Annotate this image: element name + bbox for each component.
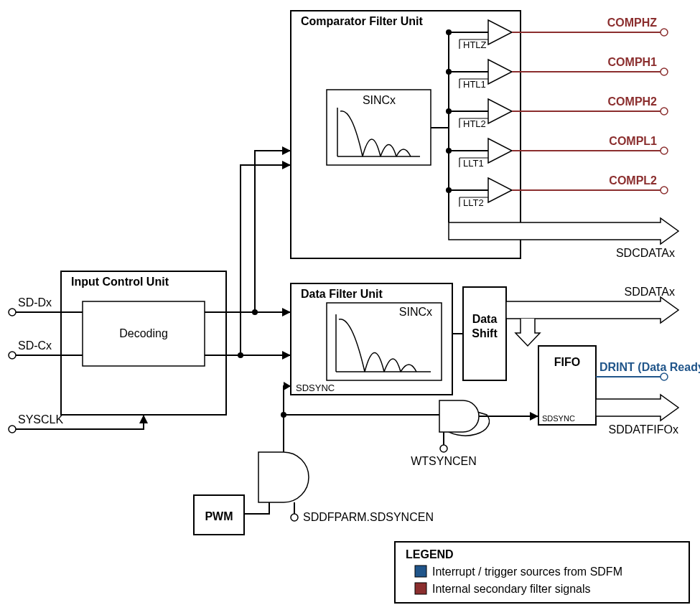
- sincx-label-data: SINCx: [399, 306, 432, 318]
- svg-marker-10: [282, 161, 291, 169]
- sd-cx-port: [9, 352, 16, 359]
- fifo-feed-arrow: [515, 319, 540, 346]
- comph2-port: [661, 108, 668, 115]
- sdsync-label-fifo: SDSYNC: [542, 414, 575, 423]
- sddatfifox-label: SDDATFIFOx: [609, 423, 678, 436]
- sddfparm-port: [291, 514, 298, 521]
- sdcdatax-arrow: [449, 218, 678, 244]
- fifo-label: FIFO: [554, 356, 580, 368]
- sd-dx-port: [9, 309, 16, 316]
- wtsyncen-port: [440, 445, 447, 452]
- htl2-label: HTL2: [463, 118, 486, 129]
- drint-port: [661, 373, 668, 380]
- htl1-label: HTL1: [463, 79, 486, 90]
- sincx-comparator: SINCx: [327, 90, 431, 165]
- svg-marker-52: [284, 382, 291, 390]
- sincx-data: SINCx: [327, 303, 442, 380]
- wtsyncen-label: WTSYNCEN: [411, 455, 477, 467]
- comphz-port: [661, 29, 668, 36]
- htlz-label: HTLZ: [463, 39, 487, 50]
- legend-swatch-red: [415, 583, 426, 594]
- sd-cx-label: SD-Cx: [18, 339, 52, 352]
- compl1-port: [661, 147, 668, 154]
- comphz-label: COMPHZ: [607, 17, 658, 29]
- comparator-filter-unit-title: Comparator Filter Unit: [301, 15, 423, 27]
- compl1-label: COMPL1: [609, 135, 657, 147]
- svg-marker-6: [282, 146, 291, 155]
- sdcdatax-label: SDCDATAx: [616, 247, 675, 259]
- legend-swatch-blue: [415, 566, 426, 577]
- data-filter-unit-title: Data Filter Unit: [301, 288, 383, 300]
- llt1-label: LLT1: [463, 158, 484, 169]
- legend-item1: Interrupt / trigger sources from SDFM: [432, 566, 622, 578]
- svg-marker-2: [139, 415, 148, 423]
- decoding-label: Decoding: [119, 327, 168, 339]
- comph1-port: [661, 68, 668, 75]
- sd-dx-label: SD-Dx: [18, 296, 52, 309]
- legend-item2: Internal secondary filter signals: [432, 583, 591, 595]
- input-control-unit-title: Input Control Unit: [71, 276, 169, 288]
- drint-label: DRINT (Data Ready): [599, 361, 700, 373]
- and-gate-wtsync-shape: [439, 400, 479, 432]
- svg-marker-56: [530, 412, 538, 421]
- and-gate-sdsync: [258, 452, 309, 502]
- sddatax-label: SDDATAx: [624, 286, 675, 298]
- sdsync-label-dfu: SDSYNC: [296, 383, 335, 393]
- data-shift-label-1: Data: [472, 313, 498, 325]
- sddatfifox-arrow: [596, 395, 678, 421]
- block-diagram: Input Control Unit Decoding SD-Dx SD-Cx …: [0, 0, 700, 610]
- compl2-port: [661, 187, 668, 194]
- sddfparm-label: SDDFPARM.SDSYNCEN: [303, 511, 434, 523]
- sincx-label-comparator: SINCx: [363, 94, 396, 106]
- comph2-label: COMPH2: [608, 95, 658, 108]
- llt2-label: LLT2: [463, 197, 484, 208]
- svg-marker-4: [282, 308, 291, 316]
- sysclk-port: [9, 426, 16, 433]
- sysclk-label: SYSCLK: [18, 413, 63, 426]
- comph1-label: COMPH1: [608, 56, 658, 68]
- compl2-label: COMPL2: [609, 174, 657, 187]
- svg-marker-8: [282, 351, 291, 360]
- legend-title: LEGEND: [406, 548, 454, 560]
- data-shift-label-2: Shift: [472, 327, 498, 339]
- pwm-label: PWM: [205, 510, 233, 522]
